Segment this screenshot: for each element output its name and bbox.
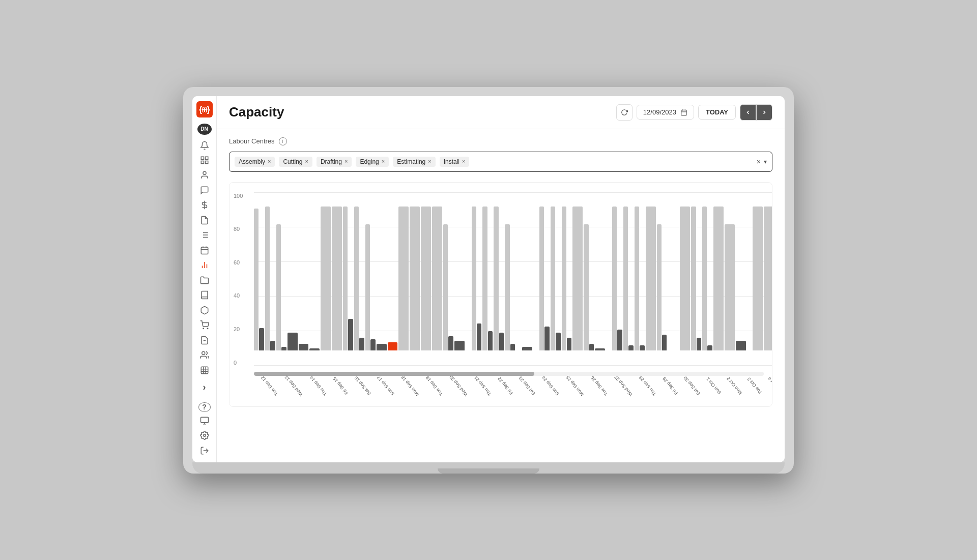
- today-button[interactable]: TODAY: [698, 105, 736, 120]
- bar-dark[interactable]: [499, 333, 504, 350]
- sidebar-item-products[interactable]: [195, 304, 214, 316]
- bar-light[interactable]: [410, 207, 420, 350]
- chip-edging-close[interactable]: ×: [382, 159, 385, 164]
- bar-dark[interactable]: [736, 341, 746, 350]
- chip-assembly-close[interactable]: ×: [268, 159, 271, 164]
- info-icon[interactable]: i: [279, 137, 287, 145]
- bar-light[interactable]: [354, 207, 359, 350]
- sidebar-item-help[interactable]: ?: [198, 402, 211, 412]
- bar-light[interactable]: [343, 207, 348, 350]
- bar-dark[interactable]: [359, 338, 364, 350]
- bar-light[interactable]: [321, 207, 331, 350]
- bar-light[interactable]: [725, 224, 735, 350]
- bar-light[interactable]: [702, 207, 707, 350]
- bar-light[interactable]: [254, 209, 258, 350]
- bar-dark[interactable]: [617, 330, 622, 350]
- sidebar-item-display[interactable]: [195, 414, 214, 427]
- refresh-button[interactable]: [616, 104, 633, 121]
- filter-dropdown-button[interactable]: ▾: [764, 158, 767, 165]
- bar-light[interactable]: [494, 207, 498, 350]
- bar-dark[interactable]: [281, 347, 286, 350]
- sidebar-item-finance[interactable]: [195, 199, 214, 212]
- bar-light[interactable]: [657, 224, 662, 350]
- bar-light[interactable]: [472, 207, 476, 350]
- chip-estimating-close[interactable]: ×: [428, 159, 431, 164]
- bar-dark[interactable]: [589, 344, 594, 350]
- bar-light[interactable]: [551, 207, 555, 350]
- sidebar-item-notifications[interactable]: [195, 139, 214, 152]
- bar-dark[interactable]: [309, 348, 320, 350]
- sidebar-item-documents[interactable]: [195, 214, 214, 226]
- bar-dark[interactable]: [707, 345, 712, 350]
- bar-light[interactable]: [398, 207, 409, 350]
- sidebar-item-messages[interactable]: [195, 184, 214, 196]
- bar-light[interactable]: [623, 207, 628, 350]
- bar-dark[interactable]: [595, 348, 605, 350]
- bar-dark[interactable]: [567, 338, 571, 350]
- sidebar-item-contacts[interactable]: [195, 169, 214, 182]
- date-picker[interactable]: 12/09/2023: [637, 105, 694, 120]
- user-avatar[interactable]: DN: [197, 124, 212, 135]
- bar-light[interactable]: [635, 207, 639, 350]
- bar-light[interactable]: [482, 207, 487, 350]
- bar-light[interactable]: [612, 207, 617, 350]
- bar-light[interactable]: [584, 224, 588, 350]
- sidebar-item-list[interactable]: [195, 229, 214, 242]
- sidebar-item-logout[interactable]: [195, 444, 214, 457]
- bar-dark[interactable]: [477, 323, 481, 350]
- bar-dark[interactable]: [662, 335, 667, 350]
- bar-light[interactable]: [443, 224, 448, 350]
- bar-light[interactable]: [421, 207, 431, 350]
- bar-dark[interactable]: [448, 336, 453, 350]
- bar-light[interactable]: [276, 224, 281, 350]
- bar-dark[interactable]: [628, 345, 633, 350]
- bar-light[interactable]: [646, 207, 656, 350]
- bar-dark[interactable]: [377, 344, 387, 350]
- bar-dark[interactable]: [270, 341, 275, 350]
- bar-light[interactable]: [713, 207, 724, 350]
- bar-dark[interactable]: [556, 333, 560, 350]
- bar-light[interactable]: [505, 224, 509, 350]
- bar-dark[interactable]: [288, 333, 298, 350]
- sidebar-item-orders[interactable]: [195, 318, 214, 331]
- sidebar-item-catalog[interactable]: [195, 288, 214, 301]
- sidebar-item-expand[interactable]: ›: [195, 380, 214, 393]
- prev-button[interactable]: [740, 104, 756, 121]
- chart-scrollbar[interactable]: [254, 372, 764, 376]
- app-logo[interactable]: {+} {·}: [196, 101, 213, 117]
- bar-dark[interactable]: [454, 341, 465, 350]
- bar-light[interactable]: [432, 207, 442, 350]
- sidebar-item-reports[interactable]: [195, 259, 214, 272]
- sidebar-item-dashboard[interactable]: [195, 154, 214, 166]
- chip-drafting-close[interactable]: ×: [344, 159, 348, 164]
- bar-dark[interactable]: [522, 347, 532, 350]
- bar-light[interactable]: [680, 207, 690, 350]
- sidebar-item-team[interactable]: [195, 348, 214, 361]
- bar-light[interactable]: [365, 224, 370, 350]
- bar-light[interactable]: [562, 207, 566, 350]
- bar-dark[interactable]: [510, 344, 515, 350]
- bar-light[interactable]: [539, 207, 544, 350]
- bar-dark[interactable]: [299, 344, 309, 350]
- bar-light[interactable]: [753, 207, 763, 350]
- bar-dark[interactable]: [640, 345, 644, 350]
- bar-dark[interactable]: [697, 338, 701, 350]
- filter-clear-button[interactable]: ×: [757, 158, 761, 166]
- sidebar-item-settings[interactable]: [195, 429, 214, 442]
- bar-dark[interactable]: [488, 331, 493, 350]
- sidebar-item-invoices[interactable]: [195, 334, 214, 346]
- chip-install-close[interactable]: ×: [462, 159, 465, 164]
- bar-dark[interactable]: [348, 319, 353, 350]
- bar-dark[interactable]: [544, 327, 549, 350]
- bar-light[interactable]: [265, 207, 270, 350]
- next-button[interactable]: [756, 104, 772, 121]
- sidebar-item-calendar[interactable]: [195, 244, 214, 256]
- sidebar-item-files[interactable]: [195, 274, 214, 286]
- sidebar-item-data[interactable]: [195, 364, 214, 376]
- bar-light[interactable]: [572, 207, 583, 350]
- bar-dark[interactable]: [370, 339, 375, 350]
- bar-red[interactable]: [388, 342, 398, 350]
- chip-cutting-close[interactable]: ×: [305, 159, 308, 164]
- bar-light[interactable]: [332, 207, 342, 350]
- bar-light[interactable]: [691, 207, 696, 350]
